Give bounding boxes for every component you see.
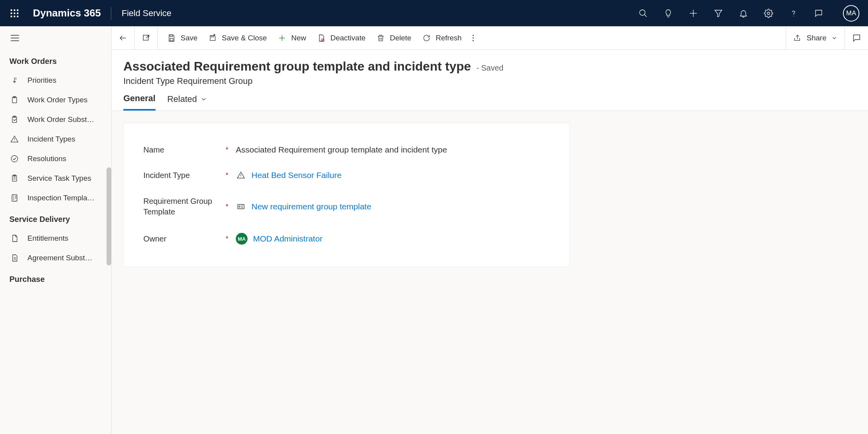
nav-item-incident-types[interactable]: Incident Types xyxy=(0,129,111,149)
nav-item-work-order-types[interactable]: Work Order Types xyxy=(0,90,111,110)
search-button[interactable] xyxy=(637,7,649,20)
app-launcher-button[interactable] xyxy=(7,6,22,21)
notifications-button[interactable] xyxy=(737,7,750,20)
save-close-icon xyxy=(208,34,217,42)
assistant-button[interactable] xyxy=(812,7,825,20)
save-button[interactable]: Save xyxy=(162,34,203,42)
rgt-value: New requirement group template xyxy=(251,202,371,211)
checklist-icon xyxy=(9,193,20,203)
main-content: Save Save & Close New Deactivate Delete xyxy=(112,26,868,434)
settings-button[interactable] xyxy=(762,7,775,20)
svg-rect-6 xyxy=(11,16,12,17)
form-area: Name * Associated Requirement group temp… xyxy=(112,111,868,434)
required-indicator: * xyxy=(226,146,236,154)
chat-icon xyxy=(814,9,823,18)
nav-group-service-delivery: Service Delivery xyxy=(0,208,111,229)
user-avatar[interactable]: MA xyxy=(843,5,859,22)
svg-rect-1 xyxy=(14,9,15,11)
record-entity-name: Incident Type Requirement Group xyxy=(123,76,856,86)
brand-title[interactable]: Dynamics 365 xyxy=(33,7,101,19)
nav-item-entitlements[interactable]: Entitlements xyxy=(0,229,111,248)
new-button[interactable]: New xyxy=(272,34,311,42)
nav-group-purchase: Purchase xyxy=(0,268,111,289)
deactivate-button[interactable]: Deactivate xyxy=(311,34,371,42)
svg-point-45 xyxy=(472,40,474,41)
record-header: Associated Requirement group template an… xyxy=(112,50,868,86)
warning-icon xyxy=(236,170,246,180)
rgt-lookup[interactable]: New requirement group template xyxy=(236,202,550,212)
svg-line-40 xyxy=(322,39,324,41)
advanced-find-button[interactable] xyxy=(712,7,725,20)
open-new-window-button[interactable] xyxy=(135,26,158,49)
incident-type-label: Incident Type xyxy=(143,171,226,180)
nav-scrollbar-thumb[interactable] xyxy=(107,167,111,265)
form-card: Name * Associated Requirement group temp… xyxy=(123,123,570,267)
svg-rect-7 xyxy=(14,16,15,17)
clipboard-edit-icon xyxy=(9,114,20,125)
rgt-label-line2: Template xyxy=(143,207,226,217)
nav-item-label: Resolutions xyxy=(27,154,66,163)
owner-label: Owner xyxy=(143,234,226,243)
owner-value: MOD Administrator xyxy=(253,234,322,243)
svg-rect-34 xyxy=(170,38,173,40)
plus-icon xyxy=(278,34,286,42)
refresh-button[interactable]: Refresh xyxy=(417,34,467,42)
nav-item-label: Entitlements xyxy=(27,234,69,243)
nav-item-priorities[interactable]: Priorities xyxy=(0,71,111,90)
nav-item-work-order-substatuses[interactable]: Work Order Subst… xyxy=(0,110,111,129)
refresh-icon xyxy=(422,34,431,42)
save-close-button[interactable]: Save & Close xyxy=(203,34,272,42)
svg-point-26 xyxy=(11,156,18,162)
back-arrow-icon xyxy=(119,34,127,42)
share-button[interactable]: Share xyxy=(786,26,844,49)
field-owner: Owner * MA MOD Administrator xyxy=(143,225,550,252)
more-commands-button[interactable] xyxy=(467,34,479,42)
form-tabs: General Related xyxy=(112,86,868,111)
required-indicator: * xyxy=(226,235,236,243)
quick-create-button[interactable] xyxy=(687,7,700,20)
name-value: Associated Requirement group template an… xyxy=(236,145,447,154)
document-lines-icon xyxy=(9,253,20,263)
delete-button[interactable]: Delete xyxy=(371,34,417,42)
clipboard-icon xyxy=(9,95,20,105)
back-button[interactable] xyxy=(112,26,135,49)
save-icon xyxy=(167,34,176,42)
help-button[interactable] xyxy=(787,7,800,20)
filter-icon xyxy=(714,9,723,18)
save-close-label: Save & Close xyxy=(222,34,267,42)
header-action-icons: MA xyxy=(637,5,859,22)
incident-type-lookup[interactable]: Heat Bed Sensor Failure xyxy=(236,170,550,180)
tab-related[interactable]: Related xyxy=(167,93,207,111)
bell-icon xyxy=(739,9,748,18)
tab-general-label: General xyxy=(123,93,156,104)
required-indicator: * xyxy=(226,171,236,180)
warning-icon xyxy=(9,134,20,144)
tab-general[interactable]: General xyxy=(123,93,156,111)
owner-lookup[interactable]: MA MOD Administrator xyxy=(236,233,550,245)
nav-item-agreement-substatuses[interactable]: Agreement Subst… xyxy=(0,248,111,268)
insights-button[interactable] xyxy=(662,7,675,20)
trash-icon xyxy=(376,34,385,42)
nav-item-inspection-templates[interactable]: Inspection Templa… xyxy=(0,188,111,208)
svg-rect-3 xyxy=(11,13,12,14)
nav-item-label: Inspection Templa… xyxy=(27,194,95,202)
hamburger-icon xyxy=(9,33,20,44)
incident-type-value: Heat Bed Sensor Failure xyxy=(251,171,342,180)
svg-rect-35 xyxy=(212,35,214,37)
deactivate-label: Deactivate xyxy=(330,34,365,42)
assistant-pane-button[interactable] xyxy=(844,26,868,49)
nav-item-label: Priorities xyxy=(27,76,56,85)
nav-item-resolutions[interactable]: Resolutions xyxy=(0,149,111,169)
svg-rect-5 xyxy=(17,13,18,14)
nav-item-label: Work Order Subst… xyxy=(27,115,94,124)
popout-icon xyxy=(142,34,150,42)
svg-point-14 xyxy=(793,16,794,16)
svg-rect-8 xyxy=(17,16,18,17)
svg-point-44 xyxy=(472,37,474,38)
nav-collapse-button[interactable] xyxy=(0,26,111,50)
module-name[interactable]: Field Service xyxy=(121,8,171,18)
nav-item-service-task-types[interactable]: Service Task Types xyxy=(0,169,111,188)
task-list-icon xyxy=(9,173,20,183)
svg-rect-2 xyxy=(17,9,18,11)
name-input[interactable]: Associated Requirement group template an… xyxy=(236,145,550,154)
